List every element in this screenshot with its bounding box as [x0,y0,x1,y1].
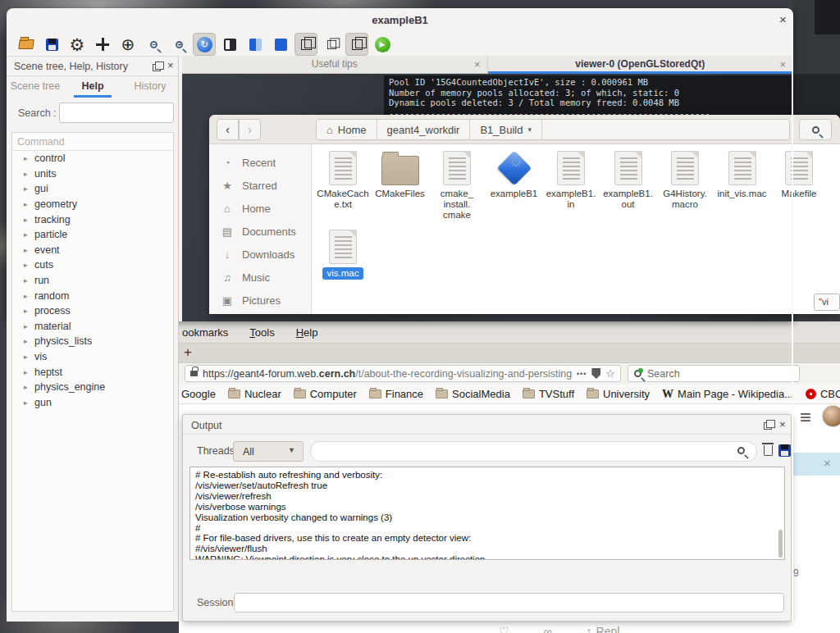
expander-icon[interactable]: ▸ [24,170,34,178]
bookmark-university[interactable]: University [587,388,650,400]
viewer-tab-0[interactable]: Useful tips× [182,56,488,73]
menu-tools[interactable]: Tools [249,326,274,339]
perspective-icon[interactable] [320,33,343,56]
tree-item-gui[interactable]: ▸gui [12,181,173,197]
bookmark-computer[interactable]: Computer [294,388,357,400]
tree-item-control[interactable]: ▸control [12,151,173,166]
browser-hamburger-menu[interactable]: ≡ [800,406,811,429]
expander-icon[interactable]: ▸ [24,230,34,239]
dock-tab-help[interactable]: Help [64,76,121,98]
path-bar[interactable]: ⌂Homegeant4_workdirB1_Build▾ [316,119,790,140]
bookmark-socialmedia[interactable]: SocialMedia [436,388,510,400]
save-output-icon[interactable] [778,444,791,457]
bookmark-cbc-canadian-news[interactable]: CBC | Canadian News [806,388,840,400]
sidebar-item-starred[interactable]: ★Starred [209,174,311,197]
notification-close-icon[interactable]: × [824,458,831,468]
move-icon[interactable] [91,33,114,56]
file-item-init_vis.mac[interactable]: init_vis.mac [714,151,770,199]
tree-item-physics_engine[interactable]: ▸physics_engine [12,380,173,395]
output-float-icon[interactable] [764,422,772,430]
file-item-exampleB1.out[interactable]: exampleB1.out [600,151,656,210]
file-item-exampleB1.in[interactable]: exampleB1.in [543,151,599,210]
console-scrollbar-thumb[interactable] [778,530,783,558]
session-input[interactable] [234,593,784,613]
viewer-tab-1[interactable]: viewer-0 (OpenGLStoredQt)× [488,56,794,73]
tree-item-gun[interactable]: ▸gun [12,395,173,411]
threads-dropdown[interactable]: All ▼ [233,441,304,462]
file-grid[interactable]: CMakeCache.txtCMakeFilescmake_install.cm… [312,144,840,314]
hidden-line-hidden-surface-icon[interactable] [244,33,267,56]
tree-item-cuts[interactable]: ▸cuts [12,257,173,273]
settings-gear-icon[interactable]: ⚙ [66,33,89,56]
file-item-vis.mac[interactable]: vis.mac [315,230,371,280]
tracking-shield-icon[interactable] [591,368,600,379]
bookmark-google[interactable]: Google [181,388,216,400]
file-item-cmake_install.cmake[interactable]: cmake_install.cmake [429,151,485,221]
viewer-tab-close-icon[interactable]: × [779,59,786,70]
expander-icon[interactable]: ▸ [24,337,34,345]
file-item-Makefile[interactable]: Makefile [771,151,827,199]
clear-output-icon[interactable] [764,445,773,456]
tree-item-event[interactable]: ▸event [12,243,173,258]
nav-forward-button[interactable]: › [239,119,261,140]
file-item-CMakeFiles[interactable]: CMakeFiles [372,151,428,199]
menu-help[interactable]: Help [296,326,318,339]
tree-item-run[interactable]: ▸run [12,273,173,289]
save-icon[interactable] [40,33,63,56]
pick-target-icon[interactable]: ⊕ [116,33,139,56]
command-search-input[interactable] [59,102,174,123]
tree-item-material[interactable]: ▸material [12,319,173,335]
dock-tab-history[interactable]: History [121,76,179,98]
orthographic-icon[interactable] [345,33,368,56]
zoom-out-icon[interactable]: − [142,33,165,56]
expander-icon[interactable]: ▸ [24,398,34,407]
expander-icon[interactable]: ▸ [24,246,34,254]
url-bar[interactable]: https://geant4-forum.web.cern.ch/t/about… [185,365,621,382]
bookmark-star-icon[interactable]: ☆ [605,367,615,380]
user-avatar[interactable] [822,405,840,427]
tree-item-tracking[interactable]: ▸tracking [12,212,173,227]
file-item-exampleB1[interactable]: ⚙exampleB1 [486,151,542,199]
file-item-G4History.macro[interactable]: G4History.macro [657,151,713,210]
bookmark-finance[interactable]: Finance [369,388,423,400]
viewer-tab-close-icon[interactable]: × [474,59,481,70]
hidden-line-removal-icon[interactable] [218,33,241,56]
tree-item-units[interactable]: ▸units [12,166,173,182]
open-file-icon[interactable] [15,33,38,56]
sidebar-item-home[interactable]: ⌂Home [209,197,311,220]
expander-icon[interactable]: ▸ [24,322,34,330]
sidebar-item-recent[interactable]: ◔Recent [209,151,311,174]
reply-button[interactable]: ↑Repl [587,625,620,633]
dock-close-icon[interactable]: × [167,60,174,71]
output-console[interactable]: # Re-establish auto refreshing and verbo… [189,467,785,560]
expander-icon[interactable]: ▸ [24,383,34,391]
bookmark-main-page-wikipedia-[interactable]: WMain Page - Wikipedia... [662,388,793,401]
path-segment-1[interactable]: geant4_workdir [377,120,471,139]
rotate-icon[interactable]: ↻ [193,33,216,56]
output-titlebar[interactable]: Output × [183,415,791,435]
url-overflow-icon[interactable]: ••• [577,370,587,378]
expander-icon[interactable]: ▸ [24,307,34,315]
expander-icon[interactable]: ▸ [24,184,34,193]
expander-icon[interactable]: ▸ [24,200,34,208]
link-icon[interactable]: ∞ [544,625,552,633]
expander-icon[interactable]: ▸ [24,261,34,269]
expander-icon[interactable]: ▸ [24,368,34,376]
dock-titlebar[interactable]: Scene tree, Help, History × [7,57,179,76]
output-close-icon[interactable]: × [779,419,786,430]
sidebar-item-pictures[interactable]: ▣Pictures [209,289,311,312]
browser-search-bar[interactable]: Search [628,365,800,382]
nav-back-button[interactable]: ‹ [217,119,239,140]
window-close-icon[interactable]: × [779,14,787,25]
sidebar-item-documents[interactable]: ▤Documents [209,220,311,243]
like-heart-icon[interactable]: ♡ [499,625,509,633]
file-item-CMakeCache.txt[interactable]: CMakeCache.txt [315,151,371,210]
path-segment-2[interactable]: B1_Build▾ [470,120,542,139]
expander-icon[interactable]: ▸ [24,276,34,285]
path-segment-0[interactable]: ⌂Home [317,120,377,139]
tree-item-vis[interactable]: ▸vis [12,349,173,365]
tree-item-geometry[interactable]: ▸geometry [12,197,173,212]
sidebar-item-music[interactable]: ♫Music [209,266,311,289]
filter-search-icon[interactable] [737,447,745,454]
surfaces-icon[interactable] [269,33,292,56]
